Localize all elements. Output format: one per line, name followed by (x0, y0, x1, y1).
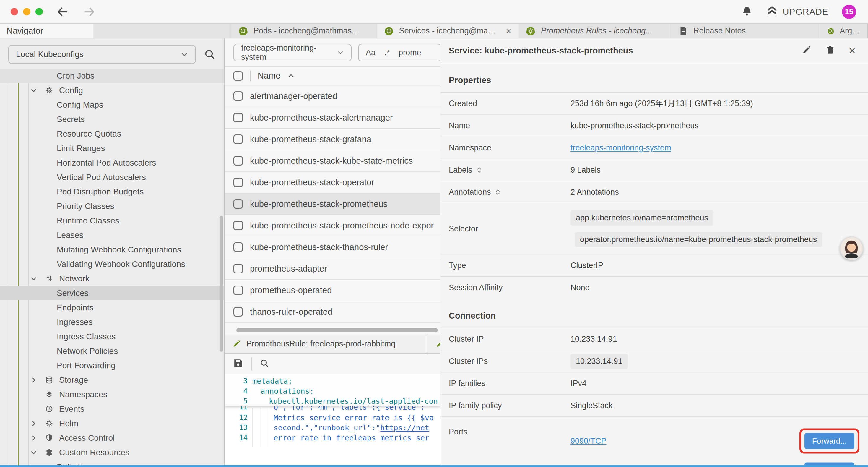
row-checkbox[interactable] (234, 135, 243, 144)
sidebar-item-services[interactable]: Services (0, 286, 224, 300)
maximize-window-button[interactable] (35, 8, 43, 16)
editor-tab-next[interactable] (428, 334, 440, 353)
sidebar-item-ingress-classes[interactable]: Ingress Classes (0, 329, 224, 344)
property-label: Cluster IPs (449, 357, 488, 366)
kubeconfig-select[interactable]: Local Kubeconfigs (8, 45, 196, 64)
row-checkbox[interactable] (234, 113, 243, 122)
row-checkbox[interactable] (234, 221, 243, 230)
table-row-kube-prometheus-stack-prometheus[interactable]: kube-prometheus-stack-prometheus (224, 193, 440, 215)
sidebar-item-limit-ranges[interactable]: Limit Ranges (0, 141, 224, 155)
sidebar-item-network[interactable]: Network (0, 271, 224, 286)
sidebar-item-namespaces[interactable]: Namespaces (0, 387, 224, 402)
table-row-kube-prometheus-stack-prometheus-node-expor[interactable]: kube-prometheus-stack-prometheus-node-ex… (224, 215, 440, 236)
resource-search-input[interactable]: Aa .* prome (358, 44, 440, 61)
sidebar-search-icon[interactable] (204, 48, 216, 61)
table-row-alertmanager-operated[interactable]: alertmanager-operated (224, 85, 440, 107)
table-row-thanos-ruler-operated[interactable]: thanos-ruler-operated (224, 301, 440, 323)
horizontal-scrollbar-thumb[interactable] (236, 328, 438, 332)
row-checkbox[interactable] (234, 91, 243, 101)
tab-release-notes[interactable]: Release Notes (671, 24, 820, 38)
tab-navigator[interactable]: Navigator (0, 24, 93, 38)
delete-resource-icon[interactable] (825, 45, 835, 56)
sidebar-item-validating-webhook-configurations[interactable]: Validating Webhook Configurations (0, 257, 224, 271)
notifications-bell-icon[interactable] (741, 6, 752, 18)
notification-count-badge[interactable]: 15 (842, 5, 856, 19)
match-case-toggle[interactable]: Aa (366, 48, 375, 57)
editor-tab-prometheusrule[interactable]: PrometheusRule: freeleaps-prod-rabbitmq (224, 334, 428, 353)
tab-label: Prometheus Rules - icecheng... (541, 26, 652, 35)
sidebar-scrollbar[interactable] (219, 216, 223, 352)
tab-services-icecheng-math[interactable]: Services - icecheng@math...× (377, 24, 519, 38)
sidebar-item-config-maps[interactable]: Config Maps (0, 97, 224, 112)
line-number: 14 (224, 434, 248, 442)
yaml-editor[interactable]: 3metadata:4annotations:5kubectl.kubernet… (224, 374, 440, 465)
editor-search-icon[interactable] (259, 358, 270, 370)
freeleaps-monitoring-system-link[interactable]: freeleaps-monitoring-system (570, 143, 671, 152)
code-line: Metrics service error rate is {{ $va (248, 413, 434, 422)
sidebar-item-secrets[interactable]: Secrets (0, 112, 224, 126)
forward-port-button[interactable]: Forward... (804, 433, 855, 449)
table-row-prometheus-adapter[interactable]: prometheus-adapter (224, 258, 440, 280)
table-row-kube-prometheus-stack-thanos-ruler[interactable]: kube-prometheus-stack-thanos-ruler (224, 236, 440, 258)
regex-toggle[interactable]: .* (384, 48, 390, 57)
close-detail-icon[interactable]: × (849, 45, 856, 56)
forward-port-button[interactable]: Forward... (804, 463, 855, 466)
sidebar-item-ingresses[interactable]: Ingresses (0, 315, 224, 329)
close-tab-icon[interactable]: × (506, 26, 511, 36)
sort-toggle-icon[interactable] (476, 167, 482, 174)
row-name: kube-prometheus-stack-operator (250, 178, 374, 187)
sidebar-item-definitions[interactable]: Definitions (0, 460, 224, 465)
close-window-button[interactable] (11, 8, 18, 16)
table-row-prometheus-operated[interactable]: prometheus-operated (224, 280, 440, 301)
port-link-9090-tcp[interactable]: 9090/TCP (570, 437, 607, 446)
table-row-kube-prometheus-stack-operator[interactable]: kube-prometheus-stack-operator (224, 172, 440, 193)
row-checkbox[interactable] (234, 178, 243, 187)
row-checkbox[interactable] (234, 156, 243, 166)
row-checkbox[interactable] (234, 199, 243, 209)
assistant-avatar[interactable] (840, 236, 863, 260)
sidebar-item-custom-resources[interactable]: Custom Resources (0, 445, 224, 460)
tab-argo-se[interactable]: Argo Se (820, 24, 868, 38)
forward-arrow-icon[interactable] (83, 5, 96, 19)
edit-resource-icon[interactable] (802, 45, 812, 56)
row-checkbox[interactable] (234, 286, 243, 295)
tab-strip: Navigator Pods - icecheng@mathmas...Serv… (0, 24, 868, 38)
table-row-kube-prometheus-stack-grafana[interactable]: kube-prometheus-stack-grafana (224, 128, 440, 150)
back-arrow-icon[interactable] (56, 5, 69, 19)
sidebar-item-leases[interactable]: Leases (0, 228, 224, 242)
sidebar-item-config[interactable]: Config (0, 83, 224, 97)
sort-asc-icon[interactable] (287, 72, 294, 80)
namespace-select[interactable]: freeleaps-monitoring-system (234, 44, 351, 61)
select-all-checkbox[interactable] (234, 71, 243, 81)
sidebar-item-events[interactable]: Events (0, 402, 224, 416)
sidebar-item-resource-quotas[interactable]: Resource Quotas (0, 126, 224, 141)
sidebar-item-mutating-webhook-configurations[interactable]: Mutating Webhook Configurations (0, 242, 224, 257)
sidebar-item-storage[interactable]: Storage (0, 373, 224, 387)
sidebar-item-priority-classes[interactable]: Priority Classes (0, 199, 224, 213)
table-row-kube-prometheus-stack-alertmanager[interactable]: kube-prometheus-stack-alertmanager (224, 107, 440, 128)
upgrade-button[interactable]: UPGRADE (766, 5, 829, 19)
sidebar-item-cron-jobs[interactable]: Cron Jobs (0, 68, 224, 83)
tab-prometheus-rules-icecheng[interactable]: Prometheus Rules - icecheng... (519, 24, 671, 38)
row-checkbox[interactable] (234, 242, 243, 252)
sidebar-item-helm[interactable]: Helm (0, 416, 224, 431)
sidebar-item-runtime-classes[interactable]: Runtime Classes (0, 213, 224, 228)
name-column-header[interactable]: Name (258, 71, 280, 81)
sidebar-item-vertical-pod-autoscalers[interactable]: Vertical Pod Autoscalers (0, 170, 224, 184)
sidebar-item-pod-disruption-budgets[interactable]: Pod Disruption Budgets (0, 184, 224, 199)
sidebar-item-port-forwarding[interactable]: Port Forwarding (0, 358, 224, 373)
table-row-kube-prometheus-stack-kube-state-metrics[interactable]: kube-prometheus-stack-kube-state-metrics (224, 150, 440, 172)
tab-pods-icecheng-mathmas[interactable]: Pods - icecheng@mathmas... (231, 24, 377, 38)
minimize-window-button[interactable] (23, 8, 30, 16)
chevron-right-icon (30, 377, 37, 384)
sidebar-item-horizontal-pod-autoscalers[interactable]: Horizontal Pod Autoscalers (0, 155, 224, 170)
save-icon[interactable] (233, 358, 243, 370)
row-checkbox[interactable] (234, 264, 243, 273)
runbook-url-link[interactable]: https://net (380, 424, 429, 432)
bottom-accent-bar (0, 465, 868, 467)
sidebar-item-endpoints[interactable]: Endpoints (0, 300, 224, 315)
sidebar-item-access-control[interactable]: Access Control (0, 431, 224, 445)
sidebar-item-network-policies[interactable]: Network Policies (0, 344, 224, 358)
sort-toggle-icon[interactable] (495, 189, 500, 196)
row-checkbox[interactable] (234, 307, 243, 317)
